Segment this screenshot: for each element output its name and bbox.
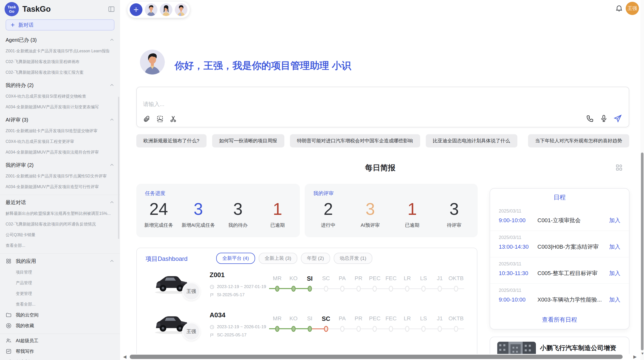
schedule-event: 2025/03/1113:00-14:30C003|H0B-方案冻结评审加入: [490, 231, 629, 257]
milestone: SC: [318, 268, 334, 308]
scroll-left-icon[interactable]: ◀: [123, 354, 126, 359]
milestone-node: [373, 286, 377, 292]
event-date: 2025/03/11: [499, 288, 521, 293]
milestone-node: [389, 286, 393, 292]
dashboard-tab[interactable]: 全新上装 (3): [259, 253, 298, 264]
chat-input-box[interactable]: 请输入...: [136, 87, 629, 127]
app-item[interactable]: 变更管理: [6, 288, 114, 299]
briefing-layout-icon[interactable]: [616, 164, 623, 171]
project-timeline: MRKOSISCPAPRPECFECLRLSJ1OKTB: [269, 308, 466, 348]
my-apps-header[interactable]: 我的应用: [6, 255, 114, 267]
milestone-label: PA: [334, 275, 350, 282]
dashboard-tab[interactable]: 动总开发 (1): [334, 253, 373, 264]
vertical-scrollbar[interactable]: ▼: [640, 0, 644, 360]
project-row[interactable]: 王强Z0012023-12-19 ~ 2027-01-19SI-2025-05-…: [137, 268, 477, 308]
suggestion-chip[interactable]: 特朗普可能对进口汽车增税会对中国车企造成哪些影响: [290, 134, 420, 147]
sidebar-section-header[interactable]: Agent已办 (3): [6, 34, 114, 46]
sidebar-item[interactable]: C02-飞腾新能源轻客改款项目里程碑画布: [6, 56, 114, 67]
agent-avatar[interactable]: [160, 3, 172, 16]
sidebar-tool[interactable]: 帮我写作: [6, 346, 114, 357]
sidebar-link[interactable]: 我的云空间: [6, 310, 114, 320]
add-agent-button[interactable]: [130, 3, 142, 16]
event-time: 13:00-14:30: [499, 244, 537, 250]
chevron-up-icon: [109, 117, 114, 122]
dashboard-tab[interactable]: 全新平台 (4): [216, 253, 255, 264]
scroll-right-icon[interactable]: ▶: [633, 354, 637, 359]
image-icon[interactable]: [156, 115, 164, 123]
milestone-node: [421, 326, 426, 332]
agent-avatar[interactable]: [175, 3, 187, 16]
sidebar-tool[interactable]: 创意制图: [6, 357, 114, 360]
new-chat-button[interactable]: 新对话: [6, 19, 114, 31]
sidebar-item[interactable]: A034-全新新能源MUV产品开发项目法规符合性评审: [6, 147, 114, 158]
event-name: C003|H0B-方案冻结评审: [537, 243, 609, 251]
event-join-link[interactable]: 加入: [609, 217, 620, 224]
milestone-label: PR: [350, 315, 367, 322]
sidebar-link-label: 我的云空间: [16, 312, 39, 318]
sidebar-collapse-icon[interactable]: [108, 6, 115, 13]
project-row[interactable]: 王强A0342023-12-19 ~ 2026-01-19SC-2025-05-…: [137, 308, 477, 348]
app-item[interactable]: 项目管理: [6, 267, 114, 278]
flag-icon: [210, 333, 214, 338]
horizontal-scrollbar[interactable]: ◀ ▶: [120, 354, 640, 360]
sidebar-item[interactable]: Z001-全新燃油皮卡产品开发项目SI节点Lesson Learn报告: [6, 46, 114, 56]
sidebar-item[interactable]: Z001-全新燃油轻卡产品开发项目SI造型提交物评审: [6, 126, 114, 136]
sidebar-item[interactable]: C0X4-动力总成开发项目工程变更评审: [6, 136, 114, 147]
scissors-icon[interactable]: [169, 115, 177, 123]
send-icon[interactable]: [613, 114, 622, 123]
project-owner-badge: 王强: [182, 322, 200, 341]
user-avatar[interactable]: 王强: [626, 2, 639, 15]
milestone-label: J1: [432, 275, 448, 282]
milestone-label: SC: [318, 315, 334, 322]
sidebar-item[interactable]: A034-全新新能源MUV产品开发项目计划变更表编写: [6, 102, 114, 112]
sidebar-link-label: 我的收藏: [16, 323, 34, 329]
stat-item: 24新增完成任务: [139, 198, 179, 234]
agent-avatar[interactable]: [145, 3, 157, 16]
flag-icon: [210, 293, 214, 297]
app-item[interactable]: 查看全部...: [6, 299, 114, 310]
paperclip-icon[interactable]: [143, 115, 151, 123]
project-date-text: 2023-12-19 ~ 2026-01-19: [217, 324, 266, 329]
event-name: C005-整车工程目标评审: [537, 269, 609, 277]
recent-chat-item[interactable]: C02-飞腾新能源轻客改款项目的闭环通告反馈情况: [6, 219, 114, 230]
sidebar-link[interactable]: 我的收藏: [6, 320, 114, 331]
milestone-label: FEC: [383, 275, 399, 282]
sidebar-item[interactable]: A034-全新新能源MUV产品开发项目造型可行性评审: [6, 182, 114, 192]
event-join-link[interactable]: 加入: [609, 269, 620, 277]
sidebar-tool[interactable]: AI超级员工: [6, 335, 114, 346]
sidebar-section-header[interactable]: 我的待办 (2): [6, 79, 114, 91]
dashboard-tab[interactable]: 年型 (2): [301, 253, 330, 264]
milestone-node: [405, 286, 409, 292]
sidebar-item[interactable]: C0X4-动力总成开发项目SI里程碑提交物检查: [6, 91, 114, 102]
suggestion-chip[interactable]: 当下年轻人对汽车外观有怎样的喜好趋势: [528, 134, 629, 147]
sidebar-scrollbar[interactable]: [118, 97, 119, 239]
sidebar-item[interactable]: C02-飞腾新能源轻客改款项目立项汇报方案: [6, 67, 114, 78]
scroll-down-icon[interactable]: ▼: [641, 351, 644, 355]
event-join-link[interactable]: 加入: [609, 296, 620, 304]
sidebar-tool-label: AI超级员工: [16, 338, 38, 344]
phone-icon[interactable]: [586, 114, 594, 123]
suggestion-chip[interactable]: 欧洲新规最近颁布了什么?: [136, 134, 207, 147]
milestone-node: [405, 326, 409, 332]
milestone: FEC: [383, 268, 399, 308]
view-all-schedule-link[interactable]: 查看所有日程: [490, 316, 629, 324]
notification-bell-icon[interactable]: [615, 4, 623, 12]
recent-chat-item[interactable]: 公司Q3轻卡销量: [6, 230, 114, 240]
suggestion-chip[interactable]: 比亚迪全固态电池计划具体说了什么: [426, 134, 517, 147]
recent-chat-item[interactable]: 解释最新出台的欧盟报废车法规再生塑料比例被调至15%...: [6, 208, 114, 219]
sidebar-section-header[interactable]: AI评审 (3): [6, 114, 114, 126]
project-flag-milestone: SI-2025-05-17: [210, 292, 245, 297]
new-chat-label: 新对话: [18, 22, 34, 28]
recent-chat-item[interactable]: 查看全部...: [6, 240, 114, 251]
mic-icon[interactable]: [600, 114, 608, 123]
sidebar-section-header[interactable]: 我的评审 (2): [6, 159, 114, 171]
app-item[interactable]: 产品管理: [6, 278, 114, 288]
sidebar-item[interactable]: Z001-全新燃油轻卡产品开发项目SI节点属性5D文件评审: [6, 171, 114, 182]
event-join-link[interactable]: 加入: [609, 243, 620, 251]
project-owner-badge: 王强: [182, 282, 200, 301]
horizontal-scroll-thumb[interactable]: [130, 355, 623, 359]
suggestion-chip[interactable]: 如何写一份清晰的项目周报: [212, 134, 284, 147]
vertical-scroll-thumb[interactable]: [641, 153, 643, 350]
milestone: OKTB: [448, 308, 464, 348]
recent-chats-header[interactable]: 最近对话: [6, 197, 114, 208]
